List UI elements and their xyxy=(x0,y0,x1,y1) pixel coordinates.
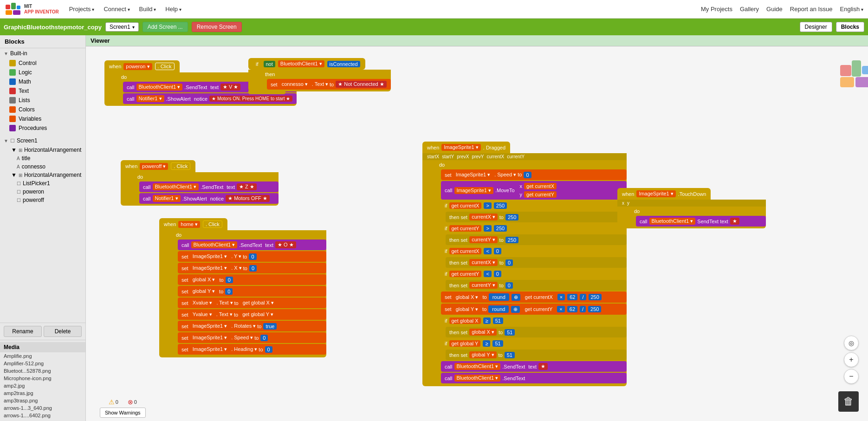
media-item-0[interactable]: Amplifie.png xyxy=(0,352,85,360)
rename-button[interactable]: Rename xyxy=(4,326,42,337)
val-0-gy[interactable]: 0 xyxy=(225,288,233,295)
is1-speed[interactable]: ImageSprite1 ▾ xyxy=(453,171,492,178)
set-global-x-round[interactable]: set global X ▾ to round ⊕ get currentX ×… xyxy=(441,291,627,303)
get-currentx[interactable]: get currentX xyxy=(524,183,557,189)
poweron-block[interactable]: poweron ▾ xyxy=(123,63,152,70)
val-250-ry[interactable]: 250 xyxy=(588,306,601,312)
val-250-1[interactable]: 250 xyxy=(494,202,507,209)
yvalue-ref[interactable]: Yvalue ▾ xyxy=(190,311,214,318)
media-item-7[interactable]: arrows-1...3_640.png xyxy=(0,404,85,412)
set-global-x[interactable]: set global X ▾ to 0 xyxy=(178,274,326,285)
call-moveto[interactable]: call ImageSprite1 ▾ .MoveTo x get curren… xyxy=(441,181,627,200)
category-text[interactable]: Text xyxy=(0,86,85,96)
get-global-x[interactable]: get global X ▾ xyxy=(240,299,276,306)
o-text[interactable]: ★ O ★ xyxy=(275,241,296,248)
gt-op-2[interactable]: > xyxy=(484,225,491,232)
set-yvalue-text[interactable]: set Yvalue ▾ . Text ▾ to get global Y ▾ xyxy=(178,309,326,320)
gx-ref-1[interactable]: global X ▾ xyxy=(469,329,497,336)
bt-client-5[interactable]: BluetoothClient1 ▾ xyxy=(454,375,501,382)
set-imagesprite-rotates[interactable]: set ImageSprite1 ▾ . Rotates ▾ to true xyxy=(178,321,326,331)
tree-poweron[interactable]: ☐ poweron xyxy=(0,188,85,196)
zoom-target-button[interactable]: ◎ xyxy=(844,336,859,350)
global-y-ref-2[interactable]: global Y ▾ xyxy=(453,306,480,313)
click-block[interactable]: . Click xyxy=(155,63,175,70)
event-dragged[interactable]: when ImageSprite1 ▾ . Dragged xyxy=(422,142,510,153)
val-250-cy2[interactable]: 250 xyxy=(505,237,518,243)
viewer[interactable]: Viewer when poweron ▾ . Click do call Bl… xyxy=(86,35,868,421)
val-0-h[interactable]: 0 xyxy=(265,346,272,353)
get-cy-2[interactable]: get currentY xyxy=(449,271,482,277)
gy-ref-1[interactable]: global Y ▾ xyxy=(469,351,496,358)
bt-client-1[interactable]: BluetoothClient1 ▾ xyxy=(136,84,183,91)
val-0-cy2[interactable]: 0 xyxy=(505,282,513,289)
event-poweron[interactable]: when poweron ▾ . Click xyxy=(104,60,180,72)
lt-op-2[interactable]: < xyxy=(484,271,491,277)
category-procedures[interactable]: Procedures xyxy=(0,123,85,133)
val-51-2[interactable]: 51 xyxy=(492,340,503,347)
imagesprite-dragged[interactable]: ImageSprite1 ▾ xyxy=(441,144,480,151)
call-sendtext-4[interactable]: call BluetoothClient1 ▾ .SendText text ★ xyxy=(441,361,627,372)
text-star-v[interactable]: ★ V ★ xyxy=(220,84,240,91)
gte-op-2[interactable]: ≥ xyxy=(483,340,490,347)
val-250-2[interactable]: 250 xyxy=(505,214,518,220)
nav-gallery[interactable]: Gallery xyxy=(740,6,759,13)
media-item-3[interactable]: Microphone-icon.png xyxy=(0,375,85,382)
isconnected-block[interactable]: isConnected xyxy=(327,61,360,67)
val-62-x[interactable]: 62 xyxy=(567,294,577,300)
get-gy-1[interactable]: get global Y xyxy=(449,340,481,347)
gt-op-1[interactable]: > xyxy=(484,202,491,209)
notifier-1[interactable]: Notifier1 ▾ xyxy=(136,95,164,102)
nav-report[interactable]: Report an Issue xyxy=(790,6,833,13)
z-text[interactable]: ★ Z ★ xyxy=(237,183,257,190)
imagesprite-1-x[interactable]: ImageSprite1 ▾ xyxy=(190,265,229,272)
call-sendtext-2[interactable]: call BluetoothClient1 ▾ .SendText text ★… xyxy=(139,181,279,192)
connesso-ref[interactable]: connesso ▾ xyxy=(279,81,310,88)
tree-title[interactable]: A title xyxy=(0,154,85,162)
zoom-in-button[interactable]: + xyxy=(844,352,859,367)
media-item-5[interactable]: amp2tras.jpg xyxy=(0,389,85,397)
lt-op-1[interactable]: < xyxy=(484,248,491,254)
val-250-cy[interactable]: 250 xyxy=(494,225,507,232)
set-global-y-round[interactable]: set global Y ▾ to round ⊕ get currentY ×… xyxy=(441,304,627,315)
bt-client-4[interactable]: BluetoothClient1 ▾ xyxy=(454,363,501,370)
blocks-button[interactable]: Blocks xyxy=(836,22,864,32)
get-cx-1[interactable]: get currentX xyxy=(449,202,482,209)
if-block[interactable]: if not BluetoothClient1 ▾ isConnected xyxy=(248,58,365,70)
xvalue-ref[interactable]: Xvalue ▾ xyxy=(190,299,215,306)
show-warnings-button[interactable]: Show Warnings xyxy=(100,408,146,418)
set-connesso[interactable]: set connesso ▾ . Text ▾ to ★ Not Connect… xyxy=(267,79,391,90)
true-val[interactable]: true xyxy=(263,323,277,330)
div-op-y[interactable]: / xyxy=(580,306,586,312)
bt-client-3[interactable]: BluetoothClient1 ▾ xyxy=(191,241,238,248)
media-item-1[interactable]: Amplifier-512.png xyxy=(0,360,85,367)
if-gy-gte-51[interactable]: if get global Y ≥ 51 xyxy=(441,338,627,349)
set-imagesprite-x[interactable]: set ImageSprite1 ▾ . X ▾ to 0 xyxy=(178,263,326,273)
designer-button[interactable]: Designer xyxy=(800,22,832,32)
if-cy-lt-0[interactable]: if get currentY < 0 xyxy=(441,269,627,279)
get-global-y[interactable]: get global Y ▾ xyxy=(240,311,276,318)
val-51-1[interactable]: 51 xyxy=(493,317,503,324)
category-colors[interactable]: Colors xyxy=(0,105,85,114)
tree-horizontal-arr-2[interactable]: ▼ ⊞ HorizontalArrangement xyxy=(0,171,85,179)
category-lists[interactable]: Lists xyxy=(0,96,85,105)
builtin-section[interactable]: ▼ Built-in xyxy=(0,48,85,58)
imagesprite-1-r[interactable]: ImageSprite1 ▾ xyxy=(190,323,229,330)
round-block-x[interactable]: round xyxy=(489,293,509,301)
poweroff-block[interactable]: poweroff ▾ xyxy=(140,163,168,170)
not-block[interactable]: not xyxy=(264,61,275,67)
cx-ref-2[interactable]: currentX ▾ xyxy=(469,259,498,266)
event-poweroff[interactable]: when poweroff ▾ . Click xyxy=(121,160,195,172)
set-speed-0[interactable]: set ImageSprite1 ▾ . Speed ▾ to 0 xyxy=(441,169,627,180)
nav-help[interactable]: Help xyxy=(164,4,182,14)
imagesprite-1-s[interactable]: ImageSprite1 ▾ xyxy=(190,334,229,341)
media-item-8[interactable]: arrows-1....6402.png xyxy=(0,412,85,419)
val-0-s[interactable]: 0 xyxy=(260,335,268,341)
call-sendtext-td[interactable]: call BluetoothClient1 ▾ SendText text ★ xyxy=(636,216,766,227)
val-62-y[interactable]: 62 xyxy=(567,306,577,312)
category-math[interactable]: Math xyxy=(0,77,85,86)
event-home[interactable]: when home ▾ . Click xyxy=(159,218,227,230)
add-screen-button[interactable]: Add Screen ... xyxy=(143,22,188,32)
category-control[interactable]: Control xyxy=(0,58,85,68)
global-y-ref[interactable]: global Y ▾ xyxy=(190,288,217,295)
tree-listpicker[interactable]: ☐ ListPicker1 xyxy=(0,179,85,188)
